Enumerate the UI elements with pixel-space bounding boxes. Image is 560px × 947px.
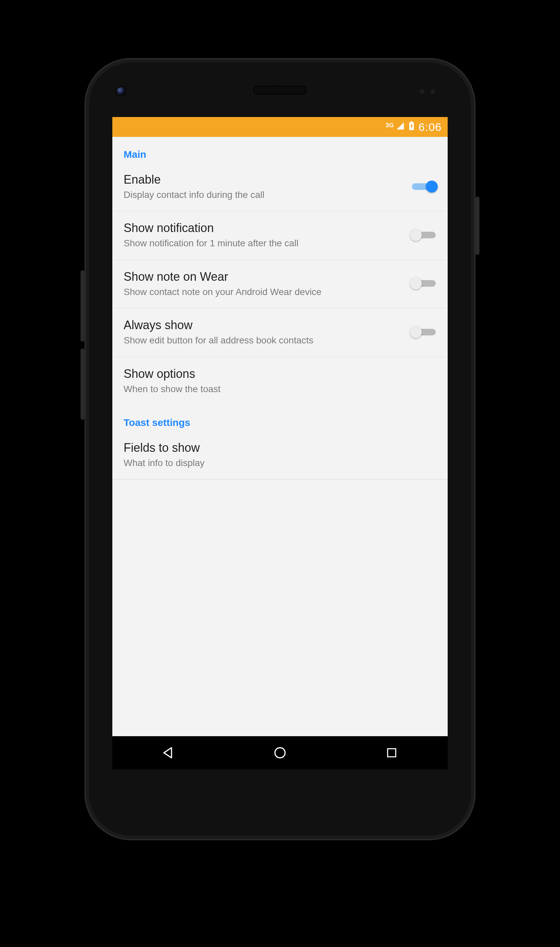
svg-point-2	[275, 748, 285, 758]
setting-title: Show notification	[124, 220, 403, 236]
nav-back-button[interactable]	[148, 743, 188, 763]
setting-row-show-note-wear[interactable]: Show note on Wear Show contact note on y…	[112, 260, 448, 308]
screen: 3G 6:06 Main	[112, 117, 448, 769]
setting-title: Show note on Wear	[124, 269, 403, 284]
setting-row-show-notification[interactable]: Show notification Show notification for …	[112, 211, 448, 260]
battery-charging-icon	[409, 121, 415, 133]
setting-row-fields-to-show[interactable]: Fields to show What info to display	[112, 431, 448, 479]
setting-title: Enable	[124, 172, 403, 187]
home-circle-icon	[272, 745, 288, 761]
device-bezel: 3G 6:06 Main	[89, 63, 471, 836]
setting-subtitle: What info to display	[124, 457, 431, 469]
setting-row-show-options[interactable]: Show options When to show the toast	[112, 357, 448, 405]
proximity-sensors	[420, 89, 435, 94]
setting-title: Fields to show	[124, 440, 431, 455]
setting-row-enable[interactable]: Enable Display contact info during the c…	[112, 163, 448, 211]
nav-home-button[interactable]	[260, 743, 300, 763]
svg-rect-0	[411, 121, 412, 122]
toggle-show-notification[interactable]	[410, 228, 438, 242]
toggle-enable[interactable]	[410, 180, 438, 193]
divider	[112, 479, 448, 480]
section-header-toast: Toast settings	[112, 405, 448, 431]
toggle-show-note-wear[interactable]	[410, 277, 438, 290]
setting-title: Always show	[124, 317, 403, 333]
setting-row-always-show[interactable]: Always show Show edit button for all add…	[112, 308, 448, 357]
setting-title: Show options	[124, 366, 431, 381]
section-header-main: Main	[112, 137, 448, 163]
front-camera	[117, 87, 125, 95]
earpiece-speaker	[254, 86, 306, 94]
stage: 3G 6:06 Main	[0, 0, 560, 947]
svg-rect-3	[388, 749, 396, 757]
volume-up-button[interactable]	[80, 270, 85, 342]
setting-subtitle: When to show the toast	[124, 383, 431, 395]
setting-subtitle: Show notification for 1 minute after the…	[124, 237, 403, 249]
volume-down-button[interactable]	[80, 348, 85, 420]
nav-recent-button[interactable]	[372, 743, 412, 763]
setting-subtitle: Show edit button for all address book co…	[124, 334, 403, 346]
toggle-always-show[interactable]	[410, 325, 438, 339]
power-button[interactable]	[475, 197, 480, 255]
setting-subtitle: Show contact note on your Android Wear d…	[124, 286, 403, 298]
signal-icon	[396, 121, 405, 132]
clock-label: 6:06	[418, 121, 442, 134]
status-bar: 3G 6:06	[112, 117, 448, 137]
navigation-bar	[112, 736, 448, 769]
back-triangle-icon	[161, 745, 176, 761]
settings-list[interactable]: Main Enable Display contact info during …	[112, 137, 448, 480]
network-type-label: 3G	[386, 122, 394, 129]
recent-square-icon	[385, 746, 398, 760]
device-frame: 3G 6:06 Main	[85, 58, 475, 840]
setting-subtitle: Display contact info during the call	[124, 189, 403, 201]
